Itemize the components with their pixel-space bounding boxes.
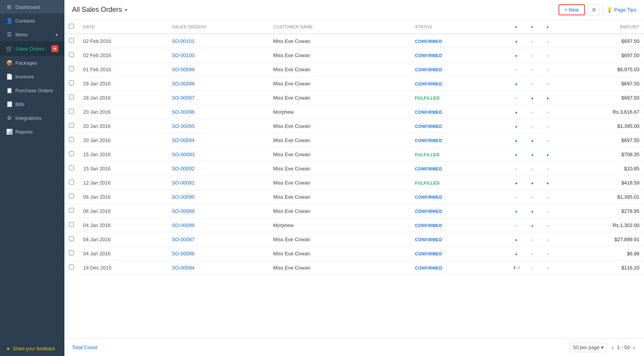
- row-checkbox[interactable]: [69, 180, 74, 185]
- cell-dot1: ●: [508, 247, 525, 261]
- sidebar-item-bills[interactable]: 🧾 Bills: [0, 97, 64, 111]
- sidebar-item-sales-orders[interactable]: 🛒 Sales Orders +: [0, 41, 64, 56]
- page-range: 1 - 50: [617, 345, 629, 350]
- sidebar-item-label: Invoices: [15, 74, 34, 80]
- cell-dot1: ●: [508, 77, 525, 91]
- sidebar-item-label: Purchase Orders: [15, 88, 53, 93]
- page-tips-button[interactable]: 💡 Page Tips: [606, 7, 636, 13]
- row-checkbox[interactable]: [69, 222, 74, 227]
- sales-orders-add-btn[interactable]: +: [51, 45, 58, 52]
- menu-button[interactable]: ≡: [588, 4, 600, 16]
- cell-order-link[interactable]: SO-00089: [167, 204, 268, 218]
- row-checkbox[interactable]: [69, 95, 74, 100]
- row-checkbox[interactable]: [69, 109, 74, 114]
- dot-empty: ●: [547, 252, 549, 256]
- cell-amount: $6,975.03: [555, 62, 644, 77]
- header-date: Date: [79, 20, 167, 34]
- next-page-button[interactable]: ›: [631, 344, 636, 351]
- header-status: Status: [410, 20, 508, 34]
- cell-status: CONFIRMED: [410, 77, 508, 91]
- cell-order-link[interactable]: SO-00099: [167, 62, 268, 77]
- cell-status: CONFIRMED: [410, 48, 508, 62]
- sidebar-item-invoices[interactable]: 📄 Invoices: [0, 70, 64, 83]
- cell-order-link[interactable]: SO-00093: [167, 147, 268, 162]
- cell-order-link[interactable]: SO-00097: [167, 91, 268, 105]
- per-page-select[interactable]: 50 per page ▾: [570, 343, 607, 352]
- cell-status: CONFIRMED: [410, 105, 508, 119]
- sidebar-item-items[interactable]: ☰ Items: [0, 28, 64, 41]
- dot-empty: ●: [547, 110, 549, 114]
- cell-dot3: ●: [540, 232, 555, 247]
- cell-order-link[interactable]: SO-00095: [167, 119, 268, 133]
- cell-dot2: ●: [525, 119, 540, 133]
- cell-dot1: ●: [508, 34, 525, 48]
- cell-status: FULFILLED: [410, 176, 508, 190]
- cell-order-link[interactable]: SO-00100: [167, 48, 268, 62]
- dashboard-icon: ⊞: [6, 4, 12, 10]
- cell-status: CONFIRMED: [410, 190, 508, 204]
- table-body: 02 Feb 2016SO-00101Miss Eve CowanCONFIRM…: [64, 34, 644, 275]
- cell-order-link[interactable]: SO-00092: [167, 162, 268, 176]
- row-checkbox[interactable]: [69, 265, 74, 269]
- reports-icon: 📊: [6, 129, 12, 135]
- sidebar-item-label: Bills: [15, 101, 25, 107]
- cell-dot2: ●: [525, 48, 540, 62]
- page-title: All Sales Orders ▾: [72, 6, 127, 14]
- select-all-checkbox[interactable]: [69, 24, 74, 29]
- share-feedback[interactable]: ★ Share your feedback: [0, 341, 64, 356]
- sidebar-item-packages[interactable]: 📦 Packages: [0, 56, 64, 70]
- cell-dot2: ●: [525, 34, 540, 48]
- row-checkbox[interactable]: [69, 123, 74, 128]
- sidebar-item-integrations[interactable]: ⚙ Integrations: [0, 111, 64, 125]
- cell-date: 20 Jan 2016: [79, 105, 167, 119]
- row-checkbox[interactable]: [69, 80, 74, 85]
- row-checkbox[interactable]: [69, 165, 74, 170]
- header-dot3: ●: [540, 20, 555, 34]
- cell-dot2: ●: [525, 77, 540, 91]
- sidebar-item-purchase-orders[interactable]: 📋 Purchase Orders: [0, 83, 64, 97]
- header-checkbox: [64, 20, 79, 34]
- sidebar-item-label: Dashboard: [15, 4, 40, 10]
- row-checkbox[interactable]: [69, 137, 74, 142]
- cell-dot3: ●: [540, 190, 555, 204]
- sidebar-item-contacts[interactable]: 👤 Contacts: [0, 14, 64, 28]
- cell-order-link[interactable]: SO-00094: [167, 133, 268, 147]
- cell-order-link[interactable]: SO-00087: [167, 232, 268, 247]
- cell-customer: Miss Eve Cowan: [269, 119, 411, 133]
- row-checkbox[interactable]: [69, 52, 74, 57]
- bills-icon: 🧾: [6, 101, 12, 107]
- row-checkbox[interactable]: [69, 66, 74, 71]
- dot-empty: ●: [547, 39, 549, 44]
- table-row: 28 Jan 2016SO-00097Miss Eve CowanFULFILL…: [64, 91, 644, 105]
- cell-order-link[interactable]: SO-00084: [167, 261, 268, 275]
- cell-dot1: ●: [508, 190, 525, 204]
- cell-dot1: ●: [508, 162, 525, 176]
- cell-order-link[interactable]: SO-00088: [167, 218, 268, 232]
- cell-order-link[interactable]: SO-00091: [167, 176, 268, 190]
- row-checkbox[interactable]: [69, 194, 74, 199]
- cell-order-link[interactable]: SO-00096: [167, 105, 268, 119]
- cell-order-link[interactable]: SO-00098: [167, 77, 268, 91]
- row-checkbox[interactable]: [69, 208, 74, 213]
- cell-order-link[interactable]: SO-00086: [167, 247, 268, 261]
- dot-filled: ●: [515, 181, 518, 185]
- pagination-controls: 50 per page ▾ ‹ 1 - 50 ›: [570, 343, 636, 352]
- cell-dot3: ●: [540, 247, 555, 261]
- cell-customer: Morphew: [269, 105, 411, 119]
- prev-page-button[interactable]: ‹: [610, 344, 615, 351]
- sidebar-item-dashboard[interactable]: ⊞ Dashboard: [0, 0, 64, 14]
- cell-order-link[interactable]: SO-00101: [167, 34, 268, 48]
- new-button[interactable]: + New: [559, 4, 585, 15]
- total-count-link[interactable]: Total Count: [72, 345, 97, 350]
- cell-dot2: ●: [525, 105, 540, 119]
- row-checkbox[interactable]: [69, 38, 74, 43]
- row-checkbox[interactable]: [69, 250, 74, 255]
- dot-empty: ●: [547, 82, 549, 86]
- cell-order-link[interactable]: SO-00090: [167, 190, 268, 204]
- title-dropdown-arrow[interactable]: ▾: [125, 7, 127, 13]
- cell-dot2: ●: [525, 147, 540, 162]
- row-checkbox[interactable]: [69, 236, 74, 241]
- sidebar-item-reports[interactable]: 📊 Reports: [0, 125, 64, 139]
- row-checkbox[interactable]: [69, 151, 74, 156]
- sidebar-item-label: Items: [15, 32, 28, 38]
